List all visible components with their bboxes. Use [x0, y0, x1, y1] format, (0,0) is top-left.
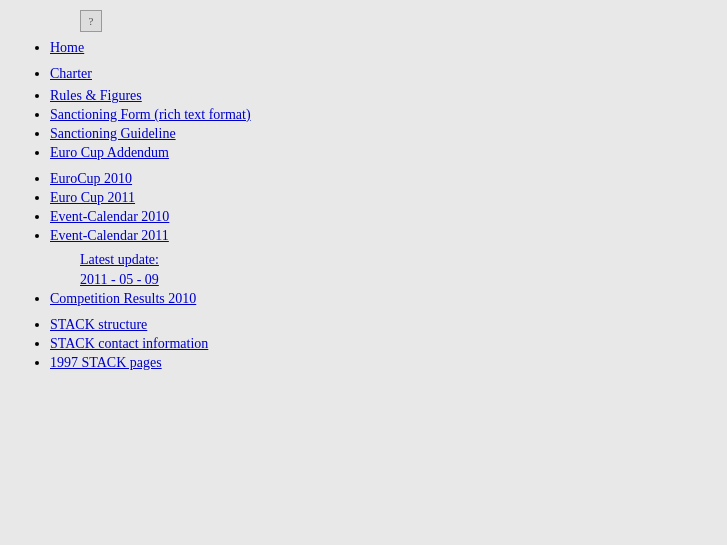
nav-link-event-calendar-2010[interactable]: Event-Calendar 2010 [50, 209, 169, 224]
nav-link-charter[interactable]: Charter [50, 66, 92, 81]
broken-image-icon: ? [80, 10, 102, 32]
nav-home-link[interactable]: Home [50, 40, 84, 55]
nav-link-sanctioning-form-rich-text-format-[interactable]: Sanctioning Form (rich text format) [50, 107, 251, 122]
nav-link-eurocup-2010[interactable]: EuroCup 2010 [50, 171, 132, 186]
nav-link-stack-structure[interactable]: STACK structure [50, 317, 147, 332]
nav-link-1997-stack-pages[interactable]: 1997 STACK pages [50, 355, 162, 370]
nav-link-euro-cup-addendum[interactable]: Euro Cup Addendum [50, 145, 169, 160]
nav-link-rules-figures[interactable]: Rules & Figures [50, 88, 142, 103]
latest-update-line2: 2011 - 05 - 09 [80, 272, 159, 287]
latest-update-line1: Latest update: [80, 252, 159, 267]
nav-link-euro-cup-2011[interactable]: Euro Cup 2011 [50, 190, 135, 205]
competition-results-link[interactable]: Competition Results 2010 [50, 291, 196, 306]
nav-link-sanctioning-guideline[interactable]: Sanctioning Guideline [50, 126, 176, 141]
nav-link-stack-contact-information[interactable]: STACK contact information [50, 336, 208, 351]
nav-link-event-calendar-2011[interactable]: Event-Calendar 2011 [50, 228, 169, 243]
latest-update-link[interactable]: Latest update: 2011 - 05 - 09 [80, 250, 707, 289]
